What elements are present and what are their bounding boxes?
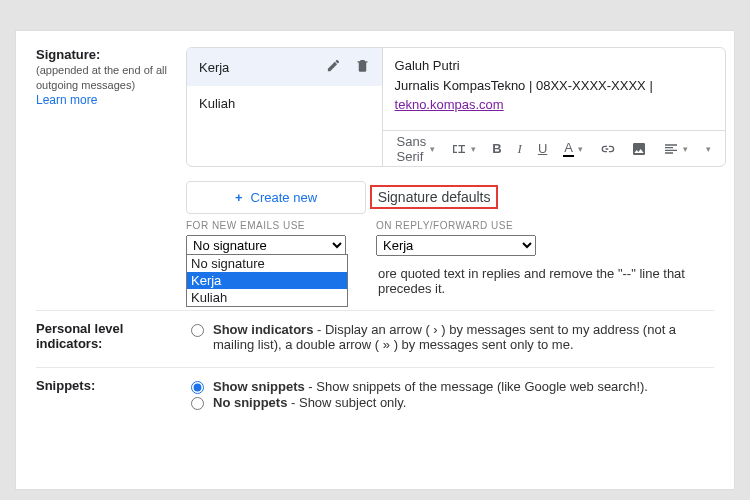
section-divider [36,367,714,368]
show-snippets-text: Show snippets - Show snippets of the mes… [213,379,648,394]
insert-before-quoted-label: ore quoted text in replies and remove th… [378,266,726,296]
signature-sublabel: (appended at the end of all outgoing mes… [36,64,167,91]
show-indicators-text: Show indicators - Display an arrow ( › )… [213,322,714,352]
signature-defaults-row: FOR NEW EMAILS USE No signature No signa… [186,220,726,256]
dropdown-option-kuliah[interactable]: Kuliah [187,289,347,306]
signature-label: Signature: [36,47,100,62]
signature-content: Kerja Kuliah [186,47,726,296]
show-indicators-label: Show indicators [213,322,313,337]
dropdown-option-kerja[interactable]: Kerja [187,272,347,289]
no-snippets-text: No snippets - Show subject only. [213,395,406,410]
for-new-emails-col: FOR NEW EMAILS USE No signature No signa… [186,220,346,256]
personal-label: Personal level indicators: [36,321,123,351]
italic-button[interactable]: I [514,139,526,159]
chevron-down-icon: ▾ [706,144,711,154]
on-reply-label: ON REPLY/FORWARD USE [376,220,536,231]
show-snippets-radio[interactable] [191,381,204,394]
bold-button[interactable]: B [488,139,505,158]
chevron-down-icon: ▾ [578,144,583,154]
snippets-section: Snippets: Show snippets - Show snippets … [36,372,714,417]
signature-list: Kerja Kuliah [187,48,383,166]
link-button[interactable] [595,139,619,159]
no-snippets-row: No snippets - Show subject only. [186,395,714,410]
signature-editor: Kerja Kuliah [186,47,726,167]
signature-preview: Galuh Putri Jurnalis KompasTekno | 08XX-… [383,48,725,166]
snippets-label: Snippets: [36,378,95,393]
signature-label-col: Signature: (appended at the end of all o… [36,47,186,107]
image-button[interactable] [627,139,651,159]
for-new-select[interactable]: No signature [186,235,346,256]
edit-icon[interactable] [326,58,341,76]
no-snippets-desc: - Show subject only. [287,395,406,410]
signature-section: Signature: (appended at the end of all o… [36,41,714,302]
signature-item-kuliah[interactable]: Kuliah [187,86,382,121]
show-indicators-radio[interactable] [191,324,204,337]
no-snippets-radio[interactable] [191,397,204,410]
signature-item-label: Kerja [199,60,229,75]
on-reply-select[interactable]: Kerja [376,235,536,256]
show-snippets-desc: - Show snippets of the message (like Goo… [305,379,648,394]
personal-label-col: Personal level indicators: [36,321,186,351]
more-formatting-button[interactable]: ▾ [700,142,715,156]
insert-before-quoted-row: ore quoted text in replies and remove th… [378,266,726,296]
delete-icon[interactable] [355,58,370,76]
section-divider [36,310,714,311]
align-button[interactable]: ▾ [659,139,692,159]
signature-defaults-title: Signature defaults [370,185,499,209]
create-new-button[interactable]: +Create new [186,181,366,214]
personal-content: Show indicators - Display an arrow ( › )… [186,321,714,353]
signature-item-kerja[interactable]: Kerja [187,48,382,86]
signature-item-label: Kuliah [199,96,235,111]
signature-toolbar: Sans Serif ▾ ▾ B I U A ▾ [383,130,725,166]
preview-link[interactable]: tekno.kompas.com [395,97,504,112]
font-size-select[interactable]: ▾ [447,139,480,159]
settings-panel: Signature: (appended at the end of all o… [15,30,735,490]
font-family-select[interactable]: Sans Serif ▾ [393,132,440,166]
snippets-label-col: Snippets: [36,378,186,393]
plus-icon: + [235,190,243,205]
underline-button[interactable]: U [534,139,551,158]
snippets-content: Show snippets - Show snippets of the mes… [186,378,714,411]
show-snippets-row: Show snippets - Show snippets of the mes… [186,379,714,394]
show-indicators-row: Show indicators - Display an arrow ( › )… [186,322,714,352]
preview-line2: Jurnalis KompasTekno | 08XX-XXXX-XXXX | [395,78,653,93]
chevron-down-icon: ▾ [683,144,688,154]
for-new-dropdown-open: No signature Kerja Kuliah [186,254,348,307]
on-reply-col: ON REPLY/FORWARD USE Kerja [376,220,536,256]
signature-item-actions [326,58,370,76]
learn-more-link[interactable]: Learn more [36,93,97,107]
font-name: Sans Serif [397,134,427,164]
dropdown-option-no-signature[interactable]: No signature [187,255,347,272]
personal-indicators-section: Personal level indicators: Show indicato… [36,315,714,359]
create-new-label: Create new [251,190,317,205]
signature-text[interactable]: Galuh Putri Jurnalis KompasTekno | 08XX-… [383,48,725,130]
preview-line1: Galuh Putri [395,58,460,73]
no-snippets-label: No snippets [213,395,287,410]
for-new-label: FOR NEW EMAILS USE [186,220,346,231]
chevron-down-icon: ▾ [430,144,435,154]
chevron-down-icon: ▾ [471,144,476,154]
text-color-button[interactable]: A ▾ [559,138,587,159]
show-snippets-label: Show snippets [213,379,305,394]
